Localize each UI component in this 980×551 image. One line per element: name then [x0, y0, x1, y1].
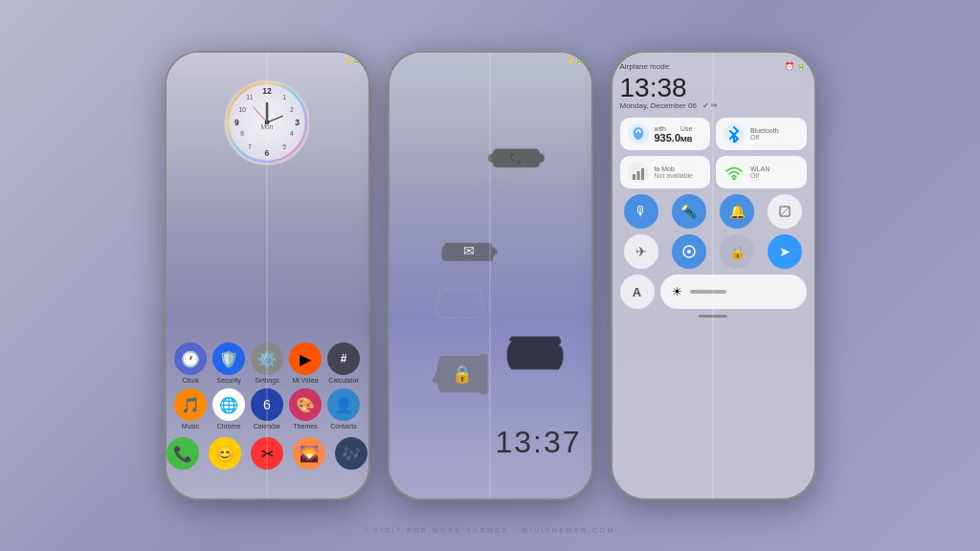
- data-tile-info: with Use 935.0MB: [655, 125, 693, 143]
- mic-button[interactable]: 🎙: [624, 194, 658, 229]
- brightness-bar[interactable]: ☀: [660, 275, 807, 309]
- watermark: * VISIT FOR MORE THEMES - MIUITHEMER.COM: [365, 527, 615, 534]
- cc-battery-icon: ⏰ 🔋: [785, 62, 806, 71]
- phone-1: ⚡🔋 12 3 6 9 1 2 4: [165, 51, 370, 500]
- app-security[interactable]: 🛡️ Security: [211, 342, 247, 384]
- app-calendar[interactable]: 6 Calendar: [249, 388, 285, 430]
- app-security-label: Security: [216, 377, 240, 384]
- cc-date: Monday, December 06 ✓ ✏: [620, 101, 807, 110]
- svg-line-16: [254, 107, 267, 122]
- dock-gallery[interactable]: 🌄: [293, 437, 325, 470]
- svg-text:10: 10: [238, 106, 246, 113]
- app-themes-label: Themes: [293, 423, 317, 430]
- cc-data-tile[interactable]: with Use 935.0MB: [620, 118, 711, 150]
- mobile-sub: Not available: [655, 172, 693, 179]
- battery-icon: ⚡🔋: [344, 57, 361, 65]
- phone-2-screen: ⚡🔋 📞 ✉: [390, 53, 591, 498]
- bluetooth-sub: Off: [750, 134, 779, 141]
- bluetooth-label: Bluetooth: [750, 127, 779, 134]
- status-bar-2: ⚡🔋: [390, 53, 591, 70]
- data-label-top: with Use: [655, 125, 693, 132]
- app-settings[interactable]: ⚙️ Settings: [249, 342, 285, 384]
- cc-bottom-indicator: [620, 315, 807, 318]
- svg-text:6: 6: [265, 148, 270, 158]
- control-center: Airplane mode ⏰ 🔋 13:38 Monday, December…: [612, 53, 814, 498]
- dock-edit[interactable]: ✂: [251, 437, 283, 470]
- cc-wlan-tile[interactable]: WLAN Off: [716, 156, 807, 188]
- dock-emoji[interactable]: 😊: [209, 437, 241, 470]
- bluetooth-tile-info: Bluetooth Off: [750, 127, 779, 141]
- flashlight-button[interactable]: 🔦: [672, 194, 706, 229]
- wlan-label: WLAN: [750, 165, 769, 172]
- status-icons-2: ⚡🔋: [567, 57, 584, 65]
- svg-text:9: 9: [234, 118, 239, 127]
- home-screen-bg: ⚡🔋 12 3 6 9 1 2 4: [167, 53, 368, 498]
- app-clock-label: Clock: [182, 377, 199, 384]
- app-chrome[interactable]: 🌐 Chrome: [211, 388, 247, 430]
- svg-text:✉: ✉: [463, 244, 475, 258]
- phone-1-screen: ⚡🔋 12 3 6 9 1 2 4: [167, 53, 368, 498]
- app-contacts[interactable]: 👤 Contacts: [325, 388, 362, 430]
- cc-mobile-tile[interactable]: ta Mob Not available: [620, 156, 711, 188]
- phone-2: ⚡🔋 📞 ✉: [388, 51, 593, 500]
- data-number: 935.0: [655, 132, 681, 143]
- focus-button[interactable]: [672, 234, 706, 269]
- app-themes[interactable]: 🎨 Themes: [287, 388, 323, 430]
- cc-date-text: Monday, December 06: [620, 101, 697, 110]
- svg-text:11: 11: [246, 94, 254, 100]
- app-grid-row1: 🕐 Clock 🛡️ Security ⚙️ Settings ▶ Mi Vid…: [172, 342, 362, 384]
- auto-label: A: [633, 285, 641, 299]
- app-clock[interactable]: 🕐 Clock: [172, 342, 209, 384]
- data-icon: [628, 123, 649, 144]
- lock-screen-time: 13:37: [495, 425, 581, 460]
- bell-button[interactable]: 🔔: [720, 194, 754, 229]
- cc-date-icons: ✓ ✏: [702, 101, 718, 110]
- bluetooth-icon: [724, 123, 745, 144]
- wlan-icon: [724, 162, 745, 183]
- wlan-sub: Off: [750, 172, 769, 179]
- dock-music[interactable]: 🎶: [335, 437, 368, 470]
- app-contacts-label: Contacts: [330, 423, 357, 430]
- control-center-bg: Airplane mode ⏰ 🔋 13:38 Monday, December…: [612, 53, 814, 498]
- home-indicator: [699, 315, 727, 318]
- brightness-fill: [690, 290, 727, 294]
- cc-header: Airplane mode ⏰ 🔋: [620, 62, 807, 71]
- svg-text:1: 1: [282, 94, 286, 100]
- cc-status-icons: ⏰ 🔋: [785, 62, 806, 71]
- phone-3-screen: Airplane mode ⏰ 🔋 13:38 Monday, December…: [612, 53, 814, 498]
- mobile-tile-info: ta Mob Not available: [655, 165, 693, 179]
- puzzle-screen-bg: ⚡🔋 📞 ✉: [390, 53, 591, 498]
- dock-phone[interactable]: 📞: [167, 437, 199, 470]
- airplane-button[interactable]: ✈: [624, 234, 658, 269]
- svg-line-15: [267, 116, 282, 122]
- cc-bluetooth-tile[interactable]: Bluetooth Off: [716, 118, 807, 150]
- status-bar-1: ⚡🔋: [167, 53, 368, 70]
- svg-text:🔒: 🔒: [451, 364, 473, 385]
- svg-rect-22: [633, 174, 635, 180]
- auto-brightness-button[interactable]: A: [620, 275, 655, 309]
- svg-text:8: 8: [240, 130, 244, 137]
- mobile-data-icon: [628, 162, 649, 183]
- app-music[interactable]: 🎵 Music: [172, 388, 209, 430]
- lock-button[interactable]: 🔒: [720, 234, 754, 269]
- data-unit: MB: [680, 135, 692, 143]
- mobile-label: ta Mob: [655, 165, 693, 172]
- location-button[interactable]: ➤: [768, 234, 802, 269]
- app-grid-row2: 🎵 Music 🌐 Chrome 6 Calendar 🎨 Themes 👤: [172, 388, 362, 430]
- svg-line-27: [780, 207, 790, 216]
- app-calendar-label: Calendar: [254, 423, 280, 430]
- battery-icon-2: ⚡🔋: [567, 57, 584, 65]
- nfc-button[interactable]: [768, 194, 802, 229]
- svg-point-25: [733, 178, 736, 181]
- status-icons-1: ⚡🔋: [344, 57, 361, 65]
- app-mivideo[interactable]: ▶ Mi Video: [287, 342, 323, 384]
- bottom-dock: 📞 😊 ✂ 🌄 🎶: [167, 437, 368, 470]
- cc-brightness-row: A ☀: [620, 275, 807, 309]
- svg-point-29: [687, 250, 691, 253]
- svg-rect-24: [641, 168, 644, 180]
- app-calculator[interactable]: # Calculator: [325, 342, 362, 384]
- wlan-tile-info: WLAN Off: [750, 165, 769, 179]
- clock-widget[interactable]: 12 3 6 9 1 2 4 5 7 8 10 11 Mon: [224, 79, 310, 165]
- app-chrome-label: Chrome: [217, 423, 241, 430]
- clock-face: 12 3 6 9 1 2 4 5 7 8 10 11 Mon: [224, 79, 310, 165]
